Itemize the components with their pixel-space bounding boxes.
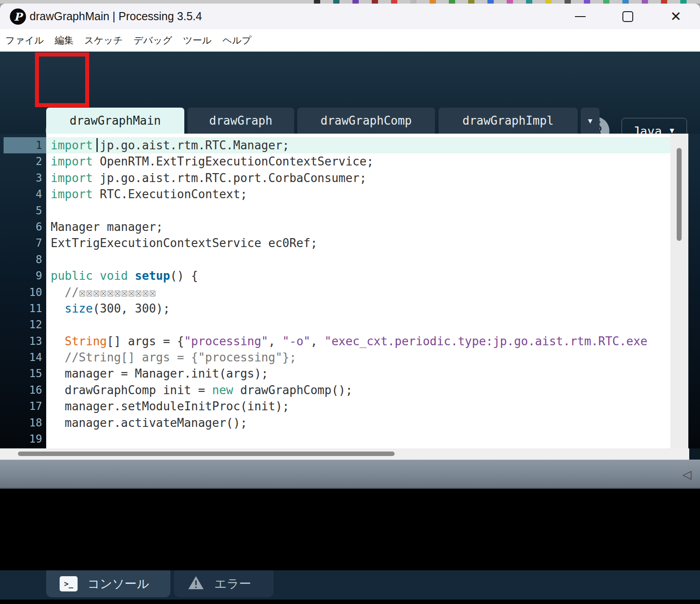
processing-ide-window: P drawGraphMain | Processing 3.5.4 ✕ ファイ…: [0, 0, 700, 604]
code-line-13: String[] args = {"processing", "-o", "ex…: [46, 333, 670, 349]
code-line-5: [46, 203, 670, 219]
line-number: 8: [4, 252, 46, 268]
maximize-button[interactable]: [613, 4, 642, 29]
background-tab-fragment: [603, 0, 609, 4]
processing-logo-icon: P: [10, 9, 26, 25]
line-number: 3: [4, 170, 46, 186]
line-number: 13: [4, 333, 46, 349]
menu-item-tools[interactable]: ツール: [183, 34, 212, 47]
menu-item-debug[interactable]: デバッグ: [134, 34, 172, 47]
background-tab-fragment: [526, 0, 532, 4]
code-line-10: //☒☒☒☒☒☒☒☒☒☒☒: [46, 284, 670, 300]
vertical-scrollbar-thumb[interactable]: [677, 148, 682, 241]
maximize-icon: [622, 11, 633, 22]
terminal-icon: >_: [60, 576, 78, 591]
background-tab-fragment: [545, 0, 552, 4]
tab-drawGraphImpl[interactable]: drawGraphImpl: [439, 108, 578, 134]
tab-errors[interactable]: エラー: [174, 570, 274, 597]
minimize-button[interactable]: [566, 4, 595, 29]
background-tab-fragment: [622, 0, 629, 4]
footer-tab-bar: >_ コンソール エラー: [0, 570, 700, 604]
collapse-arrow-icon[interactable]: ◁: [678, 466, 696, 482]
code-line-1: import jp.go.aist.rtm.RTC.Manager;: [46, 137, 670, 153]
background-tab-fragment: [391, 0, 397, 4]
code-line-2: import OpenRTM.ExtTrigExecutionContextSe…: [46, 153, 670, 169]
errors-tab-label: エラー: [214, 576, 251, 592]
line-number: 19: [4, 431, 46, 447]
menu-item-sketch[interactable]: スケッチ: [84, 34, 123, 47]
background-tab-fragment: [410, 0, 417, 4]
background-tab-fragment: [584, 0, 590, 4]
background-tab-fragment: [333, 0, 339, 4]
code-line-7: ExtTrigExecutionContextService ec0Ref;: [46, 235, 670, 251]
title-bar: P drawGraphMain | Processing 3.5.4 ✕: [0, 4, 700, 30]
line-number: 10: [4, 284, 46, 300]
vertical-scrollbar[interactable]: [670, 134, 688, 448]
code-line-18: manager.activateManager();: [46, 415, 670, 431]
line-number-gutter: 12345678910111213141516171819: [4, 134, 46, 448]
window-title: drawGraphMain | Processing 3.5.4: [30, 4, 202, 29]
background-tab-fragment: [565, 0, 571, 4]
background-tab-fragment: [680, 0, 687, 4]
code-line-19: [46, 431, 670, 447]
background-tab-fragment: [352, 0, 359, 4]
console-output: [0, 489, 700, 570]
horizontal-scrollbar[interactable]: [0, 448, 700, 460]
background-tab-fragment: [468, 0, 474, 4]
background-window-strip: [0, 0, 700, 4]
line-number: 2: [4, 153, 46, 169]
tab-drawGraph[interactable]: drawGraph: [187, 108, 294, 134]
code-line-3: import jp.go.aist.rtm.RTC.port.CorbaCons…: [46, 170, 670, 186]
line-number: 5: [4, 203, 46, 219]
text-cursor: [96, 138, 98, 152]
window-bottom-edge: [0, 600, 700, 604]
line-number: 18: [4, 415, 46, 431]
code-line-12: [46, 317, 670, 333]
code-line-14: //String[] args = {"processing"};: [46, 349, 670, 365]
line-number: 7: [4, 235, 46, 251]
warning-icon: [187, 575, 204, 592]
background-tab-fragment: [642, 0, 648, 4]
background-tab-fragment: [372, 0, 378, 4]
tab-console[interactable]: >_ コンソール: [46, 570, 170, 597]
line-number: 11: [4, 300, 46, 317]
window-edge: [689, 448, 700, 460]
line-number: 1: [4, 137, 46, 153]
line-number: 14: [4, 349, 46, 365]
status-bar: ◁: [0, 460, 700, 489]
line-number: 15: [4, 365, 46, 382]
tab-overflow-button[interactable]: ▼: [581, 108, 600, 134]
code-line-8: [46, 252, 670, 268]
code-line-17: manager.setModuleInitProc(init);: [46, 398, 670, 414]
line-number: 12: [4, 317, 46, 333]
line-number: 9: [4, 268, 46, 284]
menu-item-file[interactable]: ファイル: [5, 34, 44, 47]
minimize-icon: [575, 16, 586, 17]
background-tab-fragment: [661, 0, 667, 4]
close-button[interactable]: ✕: [661, 4, 690, 29]
sketch-tab-bar: drawGraphMaindrawGraphdrawGraphCompdrawG…: [0, 108, 700, 134]
code-line-9: public void setup() {: [46, 268, 670, 284]
line-number: 16: [4, 382, 46, 398]
menu-item-edit[interactable]: 編集: [55, 34, 74, 47]
background-tab-fragment: [487, 0, 494, 4]
line-number: 4: [4, 186, 46, 202]
code-line-15: manager = Manager.init(args);: [46, 365, 670, 382]
background-tab-fragment: [449, 0, 455, 4]
background-tab-fragment: [430, 0, 436, 4]
background-tab-fragment: [507, 0, 513, 4]
line-number: 6: [4, 219, 46, 235]
close-icon: ✕: [670, 10, 681, 23]
code-editor[interactable]: import jp.go.aist.rtm.RTC.Manager;import…: [46, 134, 670, 448]
code-line-6: Manager manager;: [46, 219, 670, 235]
code-line-4: import RTC.ExecutionContext;: [46, 186, 670, 202]
horizontal-scrollbar-thumb[interactable]: [18, 452, 395, 456]
tab-drawGraphMain[interactable]: drawGraphMain: [46, 108, 184, 134]
console-tab-label: コンソール: [87, 576, 149, 592]
line-number: 17: [4, 398, 46, 414]
tab-drawGraphComp[interactable]: drawGraphComp: [297, 108, 435, 134]
menu-item-help[interactable]: ヘルプ: [222, 34, 251, 47]
code-line-16: drawGraphComp init = new drawGraphComp()…: [46, 382, 670, 398]
editor-area: 12345678910111213141516171819 import jp.…: [0, 134, 700, 448]
code-line-11: size(300, 300);: [46, 300, 670, 317]
